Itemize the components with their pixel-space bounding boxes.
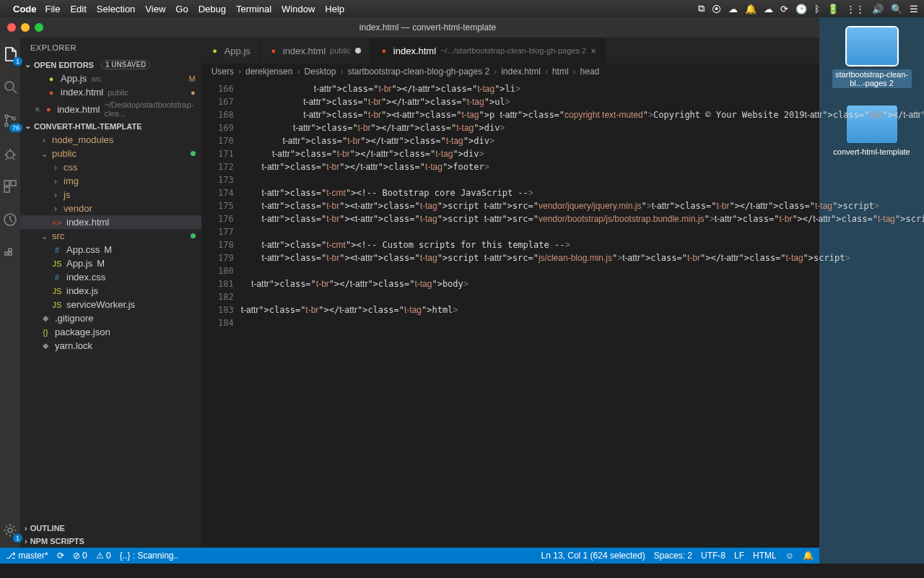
explorer-badge: 1 <box>13 57 22 66</box>
tray-weather-icon[interactable]: ☁ <box>764 4 773 14</box>
line-numbers: 166 167 168 169 170 171 172 173 174 175 … <box>201 79 241 548</box>
menu-go[interactable]: Go <box>175 4 188 14</box>
tray-timemachine-icon[interactable]: 🕑 <box>796 4 807 14</box>
open-editor-item[interactable]: ●App.jssrcM <box>20 72 201 85</box>
activity-scm[interactable]: 76 <box>0 110 20 130</box>
status-encoding[interactable]: UTF-8 <box>701 551 725 561</box>
tab-index.html[interactable]: ●index.html~/.../startbootstrap-clean-bl… <box>370 38 606 64</box>
folder-node_modules[interactable]: ›node_modules <box>20 133 201 147</box>
window-close-button[interactable] <box>7 23 16 32</box>
file-index.html[interactable]: <>index.html <box>20 215 201 229</box>
svg-point-0 <box>5 82 14 90</box>
tray-battery-icon[interactable]: 🔋 <box>827 4 839 14</box>
app-name[interactable]: Code <box>13 4 37 14</box>
status-spaces[interactable]: Spaces: 2 <box>654 551 692 561</box>
chevron-down-icon: ⌄ <box>25 121 31 131</box>
tray-spotlight-icon[interactable]: 🔍 <box>891 4 902 14</box>
status-cursor[interactable]: Ln 13, Col 1 (624 selected) <box>541 551 645 561</box>
extensions-icon <box>2 178 18 194</box>
breadcrumb[interactable]: Users›derekjensen›Desktop›startbootstrap… <box>201 64 924 79</box>
npm-scripts-header[interactable]: › NPM SCRIPTS <box>20 535 201 548</box>
chevron-right-icon: › <box>25 537 27 545</box>
code-editor[interactable]: t-attr">class="t-br"></t-attr">class="t-… <box>241 79 924 548</box>
window-title: index.html — convert-html-template <box>43 22 812 33</box>
folder-public[interactable]: ⌄public <box>20 147 201 160</box>
tray-record-icon[interactable]: ⦿ <box>712 4 721 14</box>
activity-settings[interactable]: 1 <box>0 520 20 540</box>
tray-bluetooth-icon[interactable]: ᛒ <box>814 4 820 14</box>
tray-cloud-icon[interactable]: ☁ <box>728 4 738 14</box>
breadcrumb-segment[interactable]: Users <box>212 66 234 77</box>
outline-header[interactable]: › OUTLINE <box>20 522 201 535</box>
tray-controlcentre-icon[interactable]: ☰ <box>910 4 918 14</box>
file-index.css[interactable]: #index.css <box>20 270 201 284</box>
vscode-window: index.html — convert-html-template 1 76 <box>0 17 819 564</box>
activity-extensions[interactable] <box>0 176 20 197</box>
menu-help[interactable]: Help <box>325 4 344 14</box>
folder-img[interactable]: ›img <box>20 174 201 188</box>
open-editor-item[interactable]: ●index.htmlpublic● <box>20 85 201 99</box>
tray-wifi-icon[interactable]: ⋮⋮ <box>846 4 865 14</box>
tray-sync-icon[interactable]: ⟳ <box>780 4 788 14</box>
tray-bell-icon[interactable]: 🔔 <box>745 4 757 14</box>
tray-volume-icon[interactable]: 🔊 <box>872 4 884 14</box>
folder-src[interactable]: ⌄src <box>20 229 201 243</box>
svg-rect-10 <box>9 252 12 255</box>
file-.gitignore[interactable]: ◆.gitignore <box>20 311 201 325</box>
status-language[interactable]: HTML <box>753 551 777 561</box>
menu-selection[interactable]: Selection <box>97 4 135 14</box>
file-package.json[interactable]: {}package.json <box>20 325 201 339</box>
status-warnings[interactable]: ⚠ 0 <box>96 551 111 561</box>
tab-App.js[interactable]: ●App.js <box>201 38 260 64</box>
activity-explorer[interactable]: 1 <box>0 43 20 64</box>
svg-point-2 <box>5 124 8 126</box>
breadcrumb-segment[interactable]: derekjensen <box>245 66 292 77</box>
status-feedback-icon[interactable]: ☺ <box>785 551 794 561</box>
tab-index.html[interactable]: ●index.htmlpublic <box>260 38 370 64</box>
file-serviceWorker.js[interactable]: JSserviceWorker.js <box>20 298 201 311</box>
window-zoom-button[interactable] <box>35 23 43 32</box>
file-App.js[interactable]: JSApp.jsM <box>20 256 201 270</box>
menu-edit[interactable]: Edit <box>70 4 86 14</box>
status-eol[interactable]: LF <box>734 551 744 561</box>
status-errors[interactable]: ⊘ 0 <box>73 551 87 561</box>
statusbar: ⎇ master* ⟳ ⊘ 0 ⚠ 0 {..} : Scanning.. Ln… <box>0 548 819 564</box>
tabs: ●App.js●index.htmlpublic●index.html~/...… <box>201 38 924 64</box>
menu-file[interactable]: File <box>45 4 61 14</box>
breadcrumb-segment[interactable]: Desktop <box>304 66 336 77</box>
open-editors-header[interactable]: ⌄ OPEN EDITORS 1 UNSAVED <box>20 58 201 72</box>
menu-view[interactable]: View <box>145 4 165 14</box>
menu-terminal[interactable]: Terminal <box>236 4 271 14</box>
tray-dropbox-icon[interactable]: ⧉ <box>698 3 705 14</box>
svg-rect-11 <box>9 249 12 251</box>
status-branch[interactable]: ⎇ master* <box>6 551 48 561</box>
breadcrumb-segment[interactable]: index.html <box>501 66 541 77</box>
titlebar: index.html — convert-html-template <box>0 17 819 38</box>
menu-window[interactable]: Window <box>282 4 315 14</box>
breadcrumb-segment[interactable]: startbootstrap-clean-blog-gh-pages 2 <box>347 66 489 77</box>
breadcrumb-segment[interactable]: head <box>580 66 600 77</box>
folder-js[interactable]: ›js <box>20 188 201 202</box>
chevron-down-icon: ⌄ <box>25 60 31 69</box>
window-minimize-button[interactable] <box>21 23 30 32</box>
breadcrumb-segment[interactable]: html <box>552 66 569 77</box>
sidebar-title: EXPLORER <box>20 38 201 58</box>
activity-remote[interactable] <box>0 210 20 230</box>
file-yarn.lock[interactable]: ◆yarn.lock <box>20 339 201 353</box>
activity-search[interactable] <box>0 77 20 97</box>
svg-rect-6 <box>11 181 16 186</box>
activity-docker[interactable] <box>0 243 20 263</box>
project-header[interactable]: ⌄ CONVERT-HTML-TEMPLATE <box>20 119 201 133</box>
svg-rect-5 <box>4 181 9 186</box>
menu-debug[interactable]: Debug <box>199 4 226 14</box>
folder-css[interactable]: ›css <box>20 160 201 174</box>
unsaved-badge: 1 UNSAVED <box>101 60 151 69</box>
status-bell-icon[interactable]: 🔔 <box>803 551 814 561</box>
status-sync[interactable]: ⟳ <box>57 551 64 561</box>
open-editor-item[interactable]: ×●index.html~/Desktop/startbootstrap-cle… <box>20 99 201 119</box>
file-index.js[interactable]: JSindex.js <box>20 284 201 298</box>
folder-vendor[interactable]: ›vendor <box>20 202 201 215</box>
file-App.css[interactable]: #App.cssM <box>20 243 201 256</box>
bug-icon <box>2 145 18 161</box>
activity-debug[interactable] <box>0 143 20 163</box>
